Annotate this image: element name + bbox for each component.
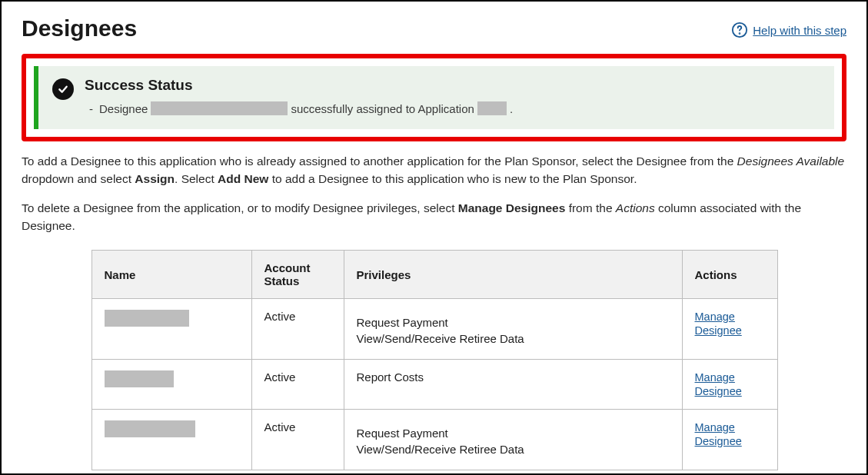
help-icon [731,22,748,38]
cell-name [91,360,251,410]
instruction-paragraph-2: To delete a Designee from the applicatio… [22,199,846,235]
redacted-name [151,101,288,115]
col-header-actions: Actions [682,251,777,299]
manage-designee-link[interactable]: Manage Designee [695,420,765,448]
cell-privileges: Request Payment View/Send/Receive Retire… [344,410,682,470]
alert-content: Success Status - Designee successfully a… [85,77,820,115]
table-header-row: Name Account Status Privileges Actions [91,251,777,299]
manage-designee-link[interactable]: Manage Designee [695,310,765,337]
designees-table-wrap: Name Account Status Privileges Actions A… [91,250,777,470]
col-header-status: Account Status [251,251,344,299]
help-link-label: Help with this step [753,24,846,37]
success-alert: Success Status - Designee successfully a… [34,66,834,129]
col-header-name: Name [91,251,251,299]
cell-privileges: Request Payment View/Send/Receive Retire… [344,299,682,360]
cell-privileges: Report Costs [344,360,682,410]
svg-point-1 [740,33,740,34]
col-header-privileges: Privileges [344,251,682,299]
help-link[interactable]: Help with this step [731,22,846,38]
cell-actions: Manage Designee [682,410,777,470]
alert-message: - Designee successfully assigned to Appl… [85,101,820,115]
table-row: Active Request Payment View/Send/Receive… [91,299,777,360]
redacted-app [477,101,507,115]
manage-designee-link[interactable]: Manage Designee [695,370,765,398]
cell-actions: Manage Designee [682,299,777,360]
table-row: Active Request Payment View/Send/Receive… [91,410,777,470]
cell-actions: Manage Designee [682,360,777,410]
header: Designees Help with this step [22,15,846,42]
page-title: Designees [22,15,137,42]
check-icon [52,78,74,100]
cell-name [91,410,251,470]
cell-status: Active [251,299,344,360]
redacted-name [105,370,174,387]
cell-name [91,299,251,360]
success-highlight: Success Status - Designee successfully a… [22,54,846,141]
alert-title: Success Status [85,77,820,94]
designees-table: Name Account Status Privileges Actions A… [91,250,778,470]
redacted-name [105,310,189,327]
table-row: Active Report Costs Manage Designee [91,360,777,410]
cell-status: Active [251,410,344,470]
redacted-name [105,420,195,437]
page-frame: Designees Help with this step Success St… [0,0,868,475]
cell-status: Active [251,360,344,410]
instruction-paragraph-1: To add a Designee to this application wh… [22,152,846,188]
